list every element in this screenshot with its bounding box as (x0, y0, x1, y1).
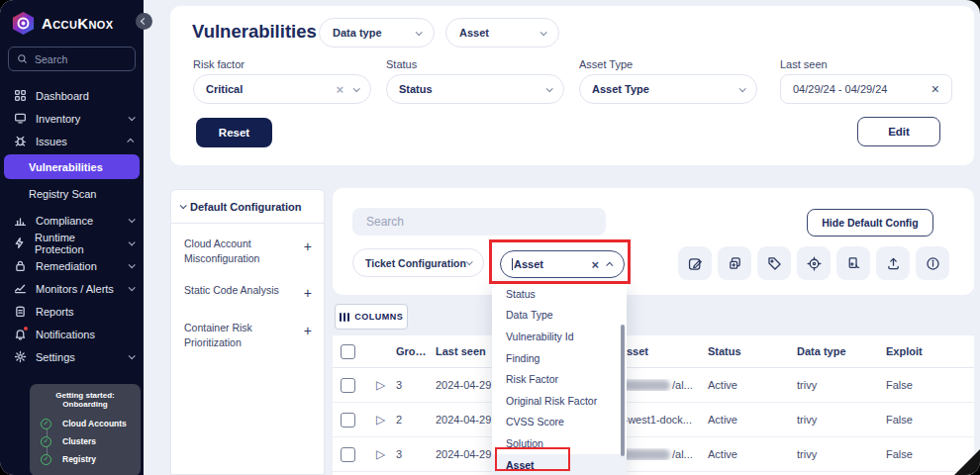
column-select-value: Asset (514, 258, 543, 270)
status-value: Status (399, 83, 433, 95)
edit-button[interactable]: Edit (857, 117, 940, 146)
plus-icon[interactable]: + (304, 283, 312, 303)
row-checkbox[interactable] (341, 378, 355, 393)
dropdown-option-original-risk-factor[interactable]: Original Risk Factor (492, 390, 627, 412)
info-icon[interactable] (916, 246, 949, 280)
last-seen-label: Last seen (780, 58, 828, 70)
clear-icon[interactable]: × (336, 82, 343, 97)
sidebar-item-label: Monitors / Alerts (36, 283, 114, 295)
dropdown-option-finding[interactable]: Finding (492, 347, 627, 369)
onboarding-step-cloud-accounts[interactable]: ✓ Cloud Accounts (36, 415, 135, 432)
sidebar-item-notifications[interactable]: Notifications (0, 323, 144, 345)
sidebar-nav: Dashboard Inventory Issues Vulnerabiliti… (0, 84, 144, 368)
chevron-down-icon (180, 202, 187, 209)
sidebar-item-monitors-alerts[interactable]: Monitors / Alerts (0, 277, 144, 300)
sidebar-item-label: Dashboard (36, 90, 89, 102)
edit-icon[interactable] (678, 246, 712, 280)
cell-asset: /al... (619, 379, 708, 392)
sidebar-item-registry-scan[interactable]: Registry Scan (0, 181, 144, 206)
config-item-cloud-account-misconfiguration[interactable]: Cloud Account Misconfiguration + (171, 224, 324, 270)
dropdown-option-cvss-score[interactable]: CVSS Score (492, 412, 627, 433)
onboarding-step-registry[interactable]: ✓ Registry (36, 450, 135, 468)
upload-icon[interactable] (876, 246, 910, 280)
cell-exploit: False (886, 414, 974, 426)
sidebar-search-input[interactable]: Search (8, 47, 136, 71)
cell-status: Active (708, 379, 797, 391)
dropdown-option-vulnerability-id[interactable]: Vulnerability Id (492, 326, 627, 347)
row-checkbox[interactable] (341, 447, 355, 462)
row-checkbox[interactable] (341, 413, 355, 428)
sidebar-item-compliance[interactable]: Compliance (0, 209, 144, 232)
reset-button[interactable]: Reset (196, 118, 272, 147)
column-header-group[interactable]: Grou... (396, 345, 436, 357)
highlight-box-asset-option (495, 447, 570, 471)
sidebar-item-settings[interactable]: Settings (0, 345, 144, 368)
sidebar-item-runtime-protection[interactable]: Runtime Protection (0, 232, 144, 254)
cell-status: Active (708, 414, 797, 426)
bell-icon (13, 328, 27, 341)
plus-icon[interactable]: + (304, 237, 312, 266)
sidebar-item-remediation[interactable]: Remediation (0, 254, 144, 277)
expand-row-icon[interactable]: ▷ (376, 447, 396, 461)
target-icon[interactable] (797, 246, 831, 280)
hide-default-config-button[interactable]: Hide Default Config (807, 209, 933, 237)
cell-group: 2 (396, 414, 436, 426)
sidebar-item-dashboard[interactable]: Dashboard (0, 84, 144, 107)
sidebar-item-vulnerabilities[interactable]: Vulnerabilities (4, 154, 140, 179)
dropdown-option-data-type[interactable]: Data Type (492, 305, 627, 327)
table-header-row: Grou... Last seen Asset Status Data type… (333, 335, 974, 368)
last-seen-date-range[interactable]: 04/29/24 - 04/29/24 × (780, 74, 952, 104)
gear-icon (13, 350, 27, 364)
table-row[interactable]: ▷ 3 2024-04-29 /al... Active trivy False (333, 368, 974, 403)
expand-row-icon[interactable]: ▷ (376, 378, 396, 392)
dropdown-option-status[interactable]: Status (492, 283, 627, 305)
table-search-input[interactable]: Search (352, 208, 606, 236)
columns-button[interactable]: COLUMNS (335, 304, 408, 330)
last-seen-value: 04/29/24 - 04/29/24 (793, 83, 887, 95)
action-icon-row (678, 246, 949, 280)
default-configuration-header[interactable]: Default Configuration (171, 190, 324, 224)
sidebar-item-issues[interactable]: Issues (0, 130, 144, 152)
column-header-status[interactable]: Status (708, 345, 797, 357)
sidebar-collapse-button[interactable] (136, 13, 152, 30)
column-select-input[interactable]: Asset × (500, 250, 625, 278)
status-select[interactable]: Status (386, 74, 564, 104)
ticket-add-icon[interactable] (836, 246, 870, 280)
column-header-asset[interactable]: Asset (619, 345, 708, 357)
config-item-container-risk-prioritization[interactable]: Container Risk Prioritization + (171, 308, 324, 354)
brand: AccuKnox (0, 0, 144, 36)
sidebar-item-label: Settings (36, 351, 75, 363)
dashboard-grid-icon (13, 89, 27, 103)
column-header-exploit[interactable]: Exploit (886, 345, 974, 357)
asset-dropdown[interactable]: Asset (445, 18, 559, 48)
tag-icon[interactable] (757, 246, 791, 280)
check-circle-icon: ✓ (41, 419, 51, 429)
sidebar-item-label: Remediation (36, 260, 97, 272)
duplicate-add-icon[interactable] (718, 246, 751, 280)
asset-type-select[interactable]: Asset Type (579, 74, 757, 104)
select-all-checkbox[interactable] (341, 344, 355, 359)
dropdown-scrollbar[interactable] (621, 325, 625, 456)
dropdown-option-risk-factor[interactable]: Risk Factor (492, 368, 627, 390)
table-row[interactable]: ▷ 3 2024-04-29 /al... Active trivy False (333, 437, 974, 472)
plus-icon[interactable]: + (304, 321, 312, 350)
ticket-configuration-dropdown[interactable]: Ticket Configuration (352, 248, 484, 277)
sidebar-item-label: Registry Scan (29, 188, 96, 200)
data-type-dropdown[interactable]: Data type (319, 18, 435, 48)
chevron-down-icon (466, 258, 473, 265)
default-configuration-title: Default Configuration (190, 201, 301, 213)
clear-icon[interactable]: × (591, 257, 599, 272)
sidebar-item-reports[interactable]: Reports (0, 300, 144, 323)
sidebar-item-inventory[interactable]: Inventory (0, 107, 144, 130)
config-item-static-code-analysis[interactable]: Static Code Analysis + (171, 270, 324, 307)
chevron-down-icon (129, 114, 136, 121)
cell-asset: s-west1-dock... (619, 414, 708, 426)
column-header-data-type[interactable]: Data type (797, 345, 886, 357)
table-row[interactable]: ▷ 2 2024-04-29 s-west1-dock... Active tr… (333, 403, 974, 437)
expand-row-icon[interactable]: ▷ (376, 413, 396, 427)
risk-factor-value: Critical (206, 83, 243, 95)
onboarding-step-clusters[interactable]: ✓ Clusters (36, 432, 135, 450)
risk-factor-select[interactable]: Critical × (193, 74, 371, 104)
clear-icon[interactable]: × (931, 81, 939, 97)
chevron-down-icon (353, 85, 360, 92)
